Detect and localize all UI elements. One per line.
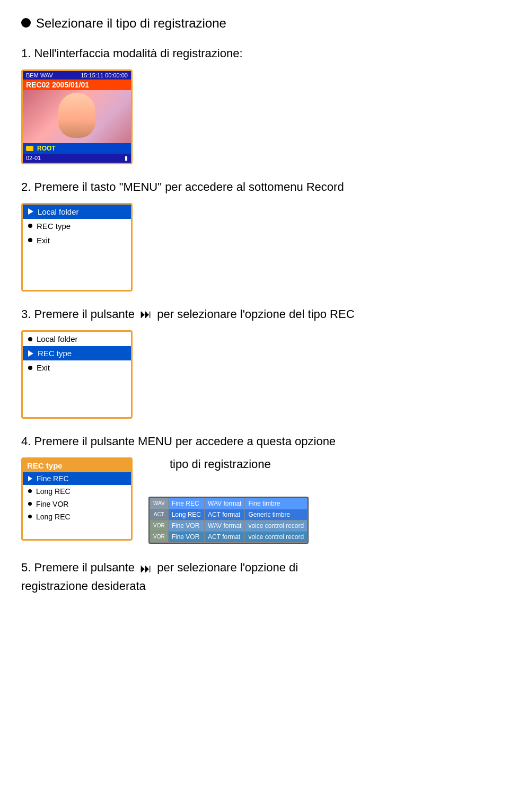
- rec-bullet-icon: [28, 489, 32, 493]
- table-row: VOR Fine VOR WAV format voice control re…: [150, 520, 308, 531]
- rec-type-item-long-rec: Long REC: [23, 485, 131, 498]
- table-row: VOR Fine VOR ACT format voice control re…: [150, 531, 308, 542]
- format-name: Long REC: [168, 509, 204, 520]
- menu-bullet-icon: [28, 366, 32, 370]
- step5-section: 5. Premere il pulsante ⏭ per selezionare…: [21, 559, 488, 595]
- menu-arrow-icon: [28, 208, 33, 215]
- menu-bullet-icon: [28, 238, 32, 242]
- format-format: ACT format: [205, 531, 245, 542]
- screen-bottom-bar: ROOT: [23, 143, 131, 154]
- folder-icon: [26, 146, 33, 151]
- table-row: WAV Fine REC WAV format Fine timbre: [150, 498, 308, 509]
- screen-top-bar: BEM WAV 15:15:11 00:00:00: [23, 71, 131, 80]
- menu-item-text: REC type: [37, 222, 71, 231]
- step4-type-label: tipo di registrazione: [170, 457, 271, 471]
- main-heading: Selezionare il tipo di registrazione: [21, 16, 488, 31]
- format-table: WAV Fine REC WAV format Fine timbre ACT …: [148, 497, 309, 544]
- menu-bullet-icon: [28, 224, 32, 228]
- step2-menu-box: Local folder REC type Exit: [21, 203, 133, 292]
- screen-top-right: 15:15:11 00:00:00: [81, 72, 128, 78]
- rec-type-item-fine-vor: Fine VOR: [23, 498, 131, 510]
- step4-right: tipo di registrazione WAV Fine REC WAV f…: [148, 457, 309, 544]
- screen-status: 02-01: [26, 155, 41, 162]
- menu-item-text: Exit: [37, 363, 50, 372]
- rec-type-box: REC type Fine REC Long REC Fine VOR: [21, 457, 133, 541]
- step1-label: 1. Nell'interfaccia modalità di registra…: [21, 46, 488, 62]
- menu-item-text: Exit: [37, 236, 50, 245]
- format-icon-vor2: VOR: [150, 531, 169, 542]
- skip-forward-icon2: ⏭: [140, 560, 152, 577]
- screen-top-left: BEM WAV: [26, 72, 53, 78]
- rec-bullet-icon: [28, 515, 32, 518]
- heading-text: Selezionare il tipo di registrazione: [36, 16, 226, 31]
- rec-arrow-icon: [28, 476, 32, 481]
- rec-type-item-text: Long REC: [36, 513, 71, 521]
- menu-bullet-icon: [28, 337, 32, 341]
- main-heading-section: Selezionare il tipo di registrazione: [21, 16, 488, 31]
- step2-section: 2. Premere il tasto "MENU" per accedere …: [21, 179, 488, 292]
- format-desc: voice control record: [245, 520, 308, 531]
- rec-type-item-fine-rec: Fine REC: [23, 472, 131, 485]
- step4-label: 4. Premere il pulsante MENU per accedere…: [21, 434, 488, 450]
- rec-type-item-text: Fine REC: [37, 474, 69, 483]
- screen-image-area: [23, 90, 131, 143]
- screen-face-graphic: [58, 93, 95, 138]
- rec-bullet-icon: [28, 502, 32, 506]
- format-icon-vor: VOR: [150, 520, 169, 531]
- format-icon-act: ACT: [150, 509, 169, 520]
- screen-battery-icon: ▮: [125, 155, 128, 162]
- menu-arrow-icon: [28, 350, 33, 357]
- menu-spacer: [23, 375, 131, 417]
- step2-label: 2. Premere il tasto "MENU" per accedere …: [21, 179, 488, 196]
- step4-section: 4. Premere il pulsante MENU per accedere…: [21, 434, 488, 544]
- step4-menu-container: REC type Fine REC Long REC Fine VOR: [21, 457, 133, 541]
- format-format: WAV format: [205, 520, 245, 531]
- format-name: Fine REC: [168, 498, 204, 509]
- menu-item-local-folder-selected: Local folder: [23, 205, 131, 219]
- bullet-icon: [21, 18, 31, 28]
- rec-type-item-long-rec2: Long REC: [23, 510, 131, 523]
- step5-label-line2: registrazione desiderata: [21, 579, 146, 593]
- menu-item-text: REC type: [38, 349, 72, 358]
- menu-item-text: Local folder: [37, 334, 78, 343]
- menu-item-rec-type-selected: REC type: [23, 346, 131, 360]
- rec-type-item-text: Fine VOR: [36, 500, 68, 508]
- table-row: ACT Long REC ACT format Generic timbre: [150, 509, 308, 520]
- format-icon-wav: WAV: [150, 498, 169, 509]
- format-table-inner: WAV Fine REC WAV format Fine timbre ACT …: [150, 498, 308, 543]
- rec-type-item-text: Long REC: [36, 487, 71, 496]
- step4-label-text: 4. Premere il pulsante MENU per accedere…: [21, 435, 336, 448]
- format-format: ACT format: [205, 509, 245, 520]
- menu-item-exit: Exit: [23, 360, 131, 375]
- step1-device-screen: BEM WAV 15:15:11 00:00:00 REC02 2005/01/…: [21, 69, 133, 164]
- format-name: Fine VOR: [168, 520, 204, 531]
- menu-item-rec-type: REC type: [23, 219, 131, 233]
- format-desc: Generic timbre: [245, 509, 308, 520]
- format-name: Fine VOR: [168, 531, 204, 542]
- step4-layout: REC type Fine REC Long REC Fine VOR: [21, 457, 488, 544]
- format-desc: voice control record: [245, 531, 308, 542]
- step1-section: 1. Nell'interfaccia modalità di registra…: [21, 46, 488, 164]
- step3-label-suffix: per selezionare l'opzione del tipo REC: [157, 307, 354, 321]
- screen-rec-bar: REC02 2005/01/01: [23, 80, 131, 90]
- rec-type-header: REC type: [23, 459, 131, 472]
- screen-status-bar: 02-01 ▮: [23, 154, 131, 163]
- step3-label: 3. Premere il pulsante ⏭ per selezionare…: [21, 306, 488, 323]
- menu-item-local-folder: Local folder: [23, 332, 131, 346]
- step5-text: 5. Premere il pulsante ⏭ per selezionare…: [21, 559, 488, 595]
- format-format: WAV format: [205, 498, 245, 509]
- menu-item-text: Local folder: [38, 207, 79, 216]
- menu-spacer: [23, 248, 131, 290]
- format-desc: Fine timbre: [245, 498, 308, 509]
- skip-forward-icon: ⏭: [140, 306, 152, 323]
- step3-menu-box: Local folder REC type Exit: [21, 330, 133, 419]
- step3-label-text: 3. Premere il pulsante: [21, 307, 135, 321]
- rec-type-spacer: [23, 523, 131, 539]
- step5-label: 5. Premere il pulsante: [21, 561, 135, 574]
- screen-folder-name: ROOT: [37, 145, 56, 152]
- menu-item-exit: Exit: [23, 233, 131, 248]
- step3-section: 3. Premere il pulsante ⏭ per selezionare…: [21, 306, 488, 419]
- step5-label-suffix: per selezionare l'opzione di: [157, 561, 298, 574]
